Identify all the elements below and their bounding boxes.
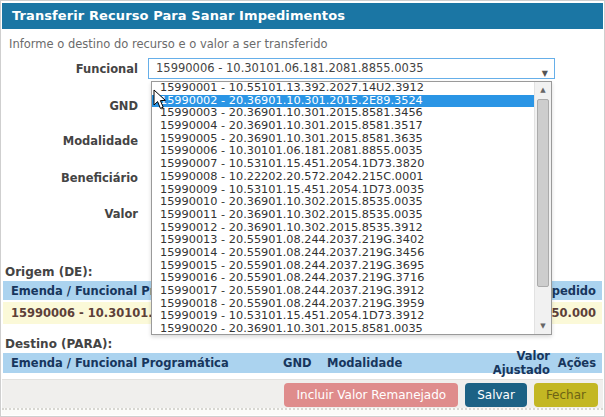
fechar-button[interactable]: Fechar <box>534 383 598 407</box>
destino-col-emenda: Emenda / Funcional Programática <box>11 356 283 370</box>
incluir-valor-remanejado-button[interactable]: Incluir Valor Remanejado <box>284 383 458 407</box>
modal-footer: Incluir Valor Remanejado Salvar Fechar <box>2 379 603 410</box>
origem-label: Origem (DE): <box>5 265 93 279</box>
modal-subtitle: Informe o destino do recurso e o valor a… <box>9 37 328 51</box>
transfer-modal: Transferir Recurso Para Sanar Impediment… <box>0 0 605 417</box>
modal-title: Transferir Recurso Para Sanar Impediment… <box>2 3 603 29</box>
funcional-option[interactable]: 15990020 - 20.36901.10.301.2015.8581.003… <box>152 323 534 334</box>
funcional-select[interactable]: 15990006 - 10.30101.06.181.2081.8855.003… <box>148 58 555 79</box>
destino-table-header: Emenda / Funcional Programática GND Moda… <box>3 353 602 373</box>
funcional-label: Funcional <box>1 62 138 76</box>
funcional-option[interactable]: 15990004 - 20.36901.10.301.2015.8581.351… <box>152 120 534 133</box>
funcional-select-value: 15990006 - 10.30101.06.181.2081.8855.003… <box>156 61 424 75</box>
scrollbar-thumb[interactable] <box>537 99 549 287</box>
page-background-strip <box>2 408 603 415</box>
scroll-up-icon[interactable]: ▲ <box>535 82 551 98</box>
destino-col-gnd: GND <box>283 356 327 370</box>
valor-label: Valor <box>1 207 138 221</box>
salvar-button[interactable]: Salvar <box>465 383 527 407</box>
funcional-option[interactable]: 15990011 - 20.36901.10.302.2015.8535.003… <box>152 209 534 222</box>
funcional-option[interactable]: 15990017 - 20.55901.08.244.2037.219G.391… <box>152 285 534 298</box>
funcional-option-list: 15990001 - 10.55101.13.392.2027.14U2.391… <box>152 82 534 334</box>
dropdown-scrollbar[interactable]: ▲ ▼ <box>534 82 551 334</box>
modalidade-label: Modalidade <box>1 134 138 148</box>
destino-col-acoes: Ações <box>550 356 596 370</box>
scroll-down-icon[interactable]: ▼ <box>535 318 551 334</box>
origem-row-valor: 450.000 <box>544 306 602 320</box>
gnd-label: GND <box>1 99 138 113</box>
funcional-option[interactable]: 15990008 - 10.22202.20.572.2042.215C.000… <box>152 171 534 184</box>
funcional-option[interactable]: 15990007 - 10.53101.15.451.2054.1D73.382… <box>152 158 534 171</box>
mouse-cursor-icon <box>153 89 167 110</box>
destino-col-valor-ajustado: Valor Ajustado <box>462 349 550 377</box>
funcional-option[interactable]: 15990010 - 20.36901.10.302.2015.8535.003… <box>152 196 534 209</box>
destino-label: Destino (PARA): <box>5 337 112 351</box>
funcional-dropdown: 15990001 - 10.55101.13.392.2027.14U2.391… <box>151 81 552 335</box>
funcional-option[interactable]: 15990014 - 20.55901.08.244.2037.219G.345… <box>152 247 534 260</box>
beneficiario-label: Beneficiário <box>1 171 138 185</box>
destino-col-modalidade: Modalidade <box>327 356 462 370</box>
funcional-option[interactable]: 15990001 - 10.55101.13.392.2027.14U2.391… <box>152 82 534 95</box>
